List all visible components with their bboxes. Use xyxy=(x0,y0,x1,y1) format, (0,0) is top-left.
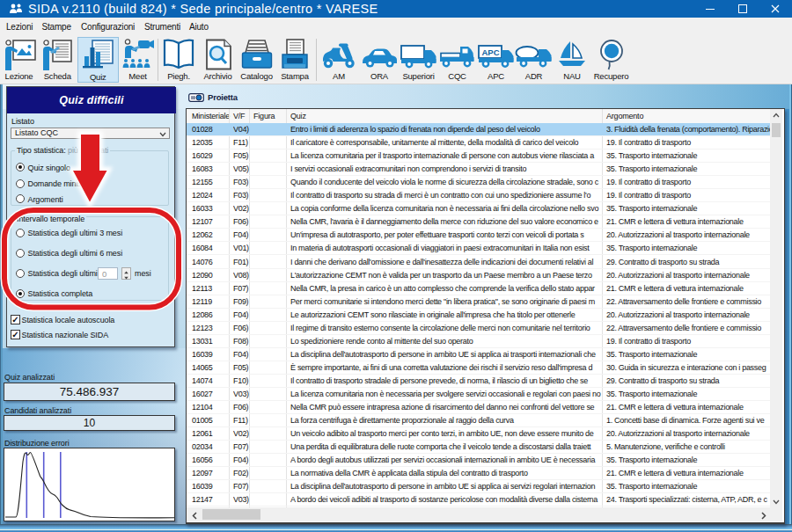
svg-text:APC: APC xyxy=(482,47,500,57)
